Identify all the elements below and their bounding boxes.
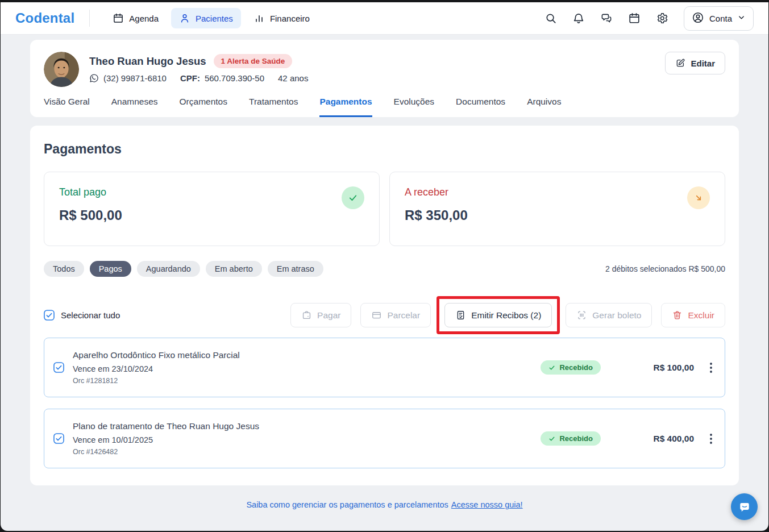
credit-card-icon [371, 310, 382, 321]
payment-orc-number: Orc #1426482 [73, 448, 259, 456]
notifications-bell-icon[interactable] [572, 12, 585, 24]
filter-chip-todos[interactable]: Todos [44, 261, 84, 277]
cpf-label: CPF: [180, 73, 200, 83]
main-nav: Agenda Pacientes Financeiro [105, 8, 318, 28]
status-badge: Recebido [541, 431, 601, 446]
receipt-icon [455, 310, 466, 321]
patient-avatar [44, 52, 79, 87]
payment-due-date: Vence em 10/01/2025 [73, 435, 259, 444]
payment-row[interactable]: Plano de tratamento de Theo Ruan Hugo Je… [44, 409, 725, 468]
nav-item-label: Financeiro [270, 14, 310, 23]
checkbox-checked-icon[interactable] [44, 310, 55, 321]
pay-button[interactable]: Pagar [290, 303, 351, 327]
receivable-label: A receber [405, 186, 468, 198]
bulk-actions-row: Selecionar tudo Pagar Parcelar [44, 303, 725, 327]
nav-item-label: Agenda [129, 14, 159, 23]
total-paid-card: Total pago R$ 500,00 [44, 172, 380, 246]
payment-row[interactable]: Aparelho Ortodôntico Fixo metálico Parci… [44, 338, 725, 397]
kebab-menu-icon[interactable] [710, 434, 712, 444]
tab-anamneses[interactable]: Anamneses [111, 97, 158, 117]
patient-phone: (32) 99871-6810 [103, 73, 167, 83]
receivable-value: R$ 350,00 [405, 207, 468, 223]
edit-patient-button[interactable]: Editar [665, 52, 725, 74]
payment-title: Aparelho Ortodôntico Fixo metálico Parci… [73, 350, 240, 360]
footer-help-text: Saiba como gerenciar os pagamentos e par… [1, 500, 768, 509]
select-all-control[interactable]: Selecionar tudo [44, 310, 120, 321]
total-paid-value: R$ 500,00 [59, 207, 122, 223]
filter-chips-row: Todos Pagos Aguardando Em aberto Em atra… [44, 261, 725, 277]
barcode-icon [576, 310, 587, 321]
trash-icon [672, 310, 683, 321]
action-buttons: Pagar Parcelar Emitir Recibos (2) [290, 303, 725, 327]
whatsapp-icon [89, 73, 99, 83]
arrow-down-right-icon [687, 186, 710, 209]
account-button[interactable]: Conta [684, 6, 754, 31]
emit-receipts-button[interactable]: Emitir Recibos (2) [444, 303, 552, 327]
chevron-down-icon [737, 13, 746, 23]
tab-arquivos[interactable]: Arquivos [527, 97, 561, 117]
patient-cpf: 560.709.390-50 [205, 73, 264, 83]
payment-amount: R$ 100,00 [626, 363, 694, 373]
selection-summary: 2 débitos selecionados R$ 500,00 [605, 264, 725, 273]
filter-chip-em-atraso[interactable]: Em atraso [268, 261, 323, 277]
generate-boleto-button[interactable]: Gerar boleto [566, 303, 652, 327]
settings-gear-icon[interactable] [656, 12, 668, 24]
annotation-highlight-box: Emitir Recibos (2) [437, 296, 560, 334]
search-icon[interactable] [544, 12, 557, 24]
edit-pencil-icon [675, 58, 685, 68]
select-all-label: Selecionar tudo [61, 310, 120, 320]
installments-button[interactable]: Parcelar [360, 303, 431, 327]
checkbox-checked-icon[interactable] [53, 433, 64, 444]
summary-cards: Total pago R$ 500,00 A receber R$ 350,00 [44, 172, 725, 246]
nav-item-financeiro[interactable]: Financeiro [246, 8, 318, 28]
account-label: Conta [709, 14, 732, 23]
filter-chip-aguardando[interactable]: Aguardando [137, 261, 200, 277]
payment-due-date: Vence em 23/10/2024 [73, 364, 240, 373]
status-badge: Recebido [541, 360, 601, 375]
check-icon [548, 435, 555, 442]
tab-documentos[interactable]: Documentos [456, 97, 505, 117]
tab-visao-geral[interactable]: Visão Geral [44, 97, 90, 117]
calendar-icon[interactable] [628, 12, 641, 24]
top-navbar: Codental Agenda Pacientes Financeiro [1, 2, 768, 35]
patient-header-card: Theo Ruan Hugo Jesus 1 Alerta de Saúde (… [30, 40, 739, 117]
delete-button[interactable]: Excluir [661, 303, 725, 327]
chat-bubble-icon [737, 500, 752, 514]
patient-age: 42 anos [278, 73, 308, 83]
tab-tratamentos[interactable]: Tratamentos [249, 97, 298, 117]
paid-check-icon [342, 186, 364, 209]
total-paid-label: Total pago [59, 186, 122, 198]
patient-contact-row: (32) 99871-6810 CPF: 560.709.390-50 42 a… [89, 73, 308, 83]
nav-item-pacientes[interactable]: Pacientes [171, 8, 241, 28]
guide-link[interactable]: Acesse nosso guia! [451, 500, 523, 509]
payment-orc-number: Orc #1281812 [73, 377, 240, 385]
receivable-card: A receber R$ 350,00 [389, 172, 725, 246]
kebab-menu-icon[interactable] [710, 363, 712, 373]
payment-title: Plano de tratamento de Theo Ruan Hugo Je… [73, 421, 259, 431]
page-title: Pagamentos [44, 142, 725, 157]
messages-icon[interactable] [600, 12, 613, 24]
account-avatar-icon [692, 11, 704, 26]
person-icon [179, 13, 190, 24]
check-icon [548, 364, 555, 371]
payment-amount: R$ 400,00 [626, 434, 694, 444]
navbar-right: Conta [544, 6, 754, 31]
app-window: Codental Agenda Pacientes Financeiro [1, 2, 768, 531]
nav-item-agenda[interactable]: Agenda [105, 8, 167, 28]
checkbox-checked-icon[interactable] [53, 362, 64, 373]
patient-info: Theo Ruan Hugo Jesus 1 Alerta de Saúde (… [89, 52, 308, 83]
tab-orcamentos[interactable]: Orçamentos [180, 97, 227, 117]
tab-evolucoes[interactable]: Evoluções [394, 97, 435, 117]
tab-pagamentos[interactable]: Pagamentos [319, 97, 372, 117]
filter-chip-pagos[interactable]: Pagos [90, 261, 131, 277]
filter-chip-em-aberto[interactable]: Em aberto [206, 261, 262, 277]
calendar-icon [113, 13, 124, 24]
chat-widget-button[interactable] [731, 493, 758, 520]
payments-panel: Pagamentos Total pago R$ 500,00 A recebe… [30, 126, 739, 485]
bar-chart-icon [253, 13, 265, 24]
wallet-icon [301, 310, 312, 321]
screen: Codental Agenda Pacientes Financeiro [0, 0, 769, 532]
brand-logo[interactable]: Codental [15, 10, 74, 26]
health-alert-badge[interactable]: 1 Alerta de Saúde [214, 54, 293, 68]
patient-tabs: Visão Geral Anamneses Orçamentos Tratame… [44, 97, 725, 117]
